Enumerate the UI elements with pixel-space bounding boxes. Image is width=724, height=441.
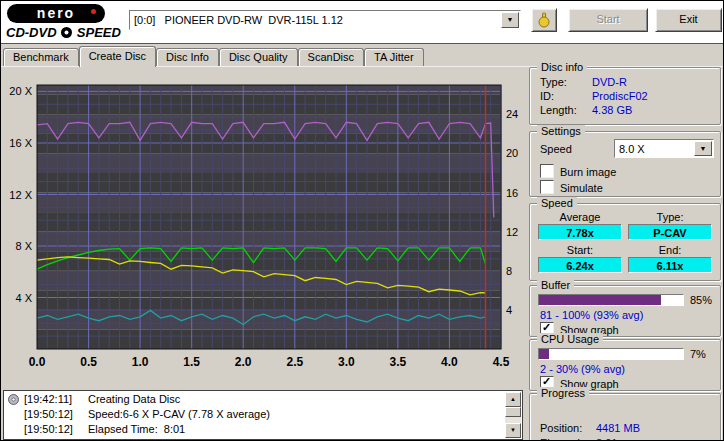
buffer-percent: 85% [690,294,712,306]
burn-image-label: Burn image [560,166,616,178]
header-bar: nero CD-DVD SPEED [0:0] PIONEER DVD-RW D… [1,1,723,44]
disc-type-value: DVD-R [592,76,627,88]
checkbox-box [540,180,554,194]
chevron-down-icon[interactable]: ▼ [694,141,712,156]
write-speed-chart: 20 X16 X12 X8 X4 X24201612840.00.51.01.5… [1,65,525,387]
cpu-progress-bar [538,348,684,360]
disc-logo-icon [60,26,73,39]
drive-tool-button[interactable] [531,8,557,32]
brand-right-text: SPEED [77,25,121,40]
nero-logo-text: nero [37,5,75,21]
drive-selector[interactable]: [0:0] PIONEER DVD-RW DVR-115L 1.12 ▼ [129,10,521,30]
svg-text:0.5: 0.5 [80,355,97,369]
log-timestamp: [19:50:12] [24,408,73,420]
settings-group: Settings Speed 8.0 X ▼ Burn image Simula… [529,131,721,197]
tab-disc-info[interactable]: Disc Info [156,48,219,66]
exit-button[interactable]: Exit [655,8,722,32]
simulate-label: Simulate [560,182,603,194]
buffer-group: Buffer 85% 81 - 100% (93% avg) Show grap… [529,285,721,337]
type-label: Type: [628,211,712,223]
disc-id-label: ID: [540,90,592,102]
disc-type-label: Type: [540,76,592,88]
log-message: Creating Data Disc [88,393,180,405]
speed-title: Speed [537,197,577,209]
nero-logo: nero [7,4,105,23]
svg-text:4 X: 4 X [15,292,32,304]
svg-text:1.5: 1.5 [183,355,200,369]
progress-group: Progress Position:4481 MB Elapsed:8:01 [529,393,721,441]
event-log: [19:42:11] Creating Data Disc [19:50:12]… [3,390,523,440]
buffer-range-text: 81 - 100% (93% avg) [540,309,716,323]
speed-select[interactable]: 8.0 X ▼ [614,139,714,158]
cpu-percent: 7% [690,348,706,360]
log-scrollbar[interactable]: ▲ ▼ [505,392,521,438]
buffer-progress-bar [538,294,684,306]
svg-text:20 X: 20 X [9,85,32,97]
svg-text:16 X: 16 X [9,137,32,149]
cpu-title: CPU Usage [537,333,603,345]
end-label: End: [628,244,712,256]
start-label: Start: [538,244,622,256]
svg-text:3.5: 3.5 [390,355,407,369]
svg-text:24: 24 [506,108,518,120]
position-label: Position: [540,422,596,434]
simulate-checkbox[interactable]: Simulate [540,180,603,194]
svg-text:16: 16 [506,187,518,199]
app-brand: CD-DVD SPEED [6,25,121,40]
svg-text:4: 4 [506,304,512,316]
svg-text:8: 8 [506,265,512,277]
position-value: 4481 MB [596,422,640,434]
svg-text:3.0: 3.0 [338,355,355,369]
svg-text:4.5: 4.5 [493,355,510,369]
log-row[interactable]: [19:50:12] Speed:6-6 X P-CAV (7.78 X ave… [6,408,504,423]
disc-info-title: Disc info [537,61,587,73]
burn-image-checkbox[interactable]: Burn image [540,164,616,178]
settings-title: Settings [537,125,585,137]
log-row[interactable]: [19:42:11] Creating Data Disc [6,393,504,408]
svg-text:2.5: 2.5 [286,355,303,369]
cpu-usage-group: CPU Usage 7% 2 - 30% (9% avg) Show graph [529,339,721,391]
scroll-down-icon[interactable]: ▼ [505,423,521,438]
average-speed-value: 7.78x [538,224,622,240]
tab-benchmark[interactable]: Benchmark [3,48,79,66]
scroll-thumb[interactable] [505,407,521,417]
brand-left-text: CD-DVD [6,25,57,40]
cpu-progress-fill [539,349,549,359]
disc-id-value: ProdiscF02 [592,90,648,102]
svg-text:8 X: 8 X [15,240,32,252]
start-button[interactable]: Start [568,8,648,32]
log-timestamp: [19:42:11] [24,393,72,405]
chevron-down-icon[interactable]: ▼ [501,12,519,28]
svg-text:20: 20 [506,147,518,159]
speed-setting-label: Speed [540,143,572,155]
buffer-progress-fill [539,295,661,305]
elapsed-value: 8:01 [596,437,617,441]
start-speed-value: 6.24x [538,257,622,273]
tab-scandisc[interactable]: ScanDisc [298,48,364,66]
tab-bar: Benchmark Create Disc Disc Info Disc Qua… [3,46,424,67]
svg-text:12 X: 12 X [9,189,32,201]
log-row[interactable]: [19:50:12] Elapsed Time: 8:01 [6,423,504,438]
nero-logo-dot [91,9,96,14]
progress-title: Progress [537,387,589,399]
end-speed-value: 6.11x [628,257,712,273]
right-panel: Disc info Type:DVD-R ID:ProdiscF02 Lengt… [527,67,723,441]
drive-selector-value: [0:0] PIONEER DVD-RW DVR-115L 1.12 [134,12,343,28]
log-message: Elapsed Time: 8:01 [88,423,185,435]
disc-length-value: 4.38 GB [592,104,632,116]
log-message: Speed:6-6 X P-CAV (7.78 X average) [88,408,270,420]
tab-create-disc[interactable]: Create Disc [79,46,156,67]
checkbox-box [540,164,554,178]
hand-icon [536,12,552,28]
tab-ta-jitter[interactable]: TA Jitter [364,48,424,66]
svg-text:1.0: 1.0 [132,355,149,369]
disc-icon [8,394,19,407]
cpu-range-text: 2 - 30% (9% avg) [540,363,716,377]
nero-cd-dvd-speed-window: nero CD-DVD SPEED [0:0] PIONEER DVD-RW D… [0,0,724,441]
scroll-up-icon[interactable]: ▲ [505,392,521,407]
svg-text:2.0: 2.0 [235,355,252,369]
tab-disc-quality[interactable]: Disc Quality [219,48,298,66]
speed-select-value: 8.0 X [619,141,645,157]
elapsed-label: Elapsed: [540,437,596,441]
svg-text:4.0: 4.0 [441,355,458,369]
